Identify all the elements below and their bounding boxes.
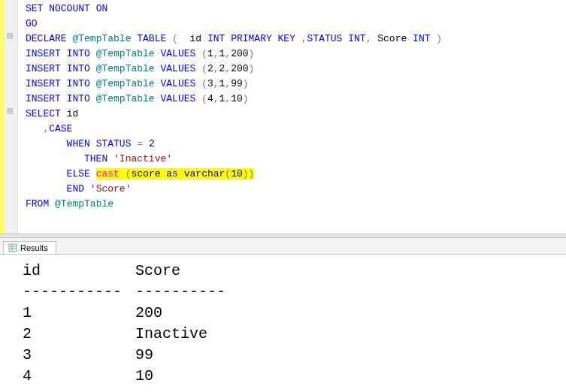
sql-editor-pane: ⊟ ⊟ SET NOCOUNT ON GO DECLARE @TempTable… [0,0,566,234]
cell: Inactive [135,324,286,345]
code-line: INSERT INTO @TempTable VALUES (4,1,10) [26,92,442,107]
code-line: SELECT id [26,107,442,122]
collapse-icon[interactable]: ⊟ [7,107,13,115]
cell: 200 [135,303,286,324]
tab-results[interactable]: Results [3,241,56,254]
code-line: DECLARE @TempTable TABLE ( id INT PRIMAR… [26,32,442,47]
table-row: 1 200 [23,303,566,324]
code-area[interactable]: SET NOCOUNT ON GO DECLARE @TempTable TAB… [18,0,442,234]
results-icon [8,243,17,252]
code-line: SET NOCOUNT ON [26,2,442,17]
cell: 3 [23,345,135,366]
code-line: WHEN STATUS = 2 [26,137,442,152]
results-tab-bar: Results [0,238,566,255]
code-line: GO [26,17,442,32]
col-header: Score [135,261,286,282]
table-row: 4 10 [23,366,566,387]
code-line: END 'Score' [26,182,442,197]
results-header-row: id Score [23,261,566,282]
code-line: FROM @TempTable [26,197,442,212]
cell: 4 [23,366,135,387]
editor-gutter: ⊟ ⊟ [5,0,18,234]
cell: 10 [135,366,286,387]
code-line: INSERT INTO @TempTable VALUES (1,1,200) [26,47,442,62]
svg-rect-0 [9,244,17,252]
cell: 99 [135,345,286,366]
code-line: INSERT INTO @TempTable VALUES (2,2,200) [26,62,442,77]
cell: 2 [23,324,135,345]
results-separator-row: ----------- ---------- [23,282,566,303]
col-sep: ----------- [23,282,135,303]
col-header: id [23,261,135,282]
col-sep: ---------- [135,282,286,303]
results-content[interactable]: id Score ----------- ---------- 1 200 2 … [0,255,566,387]
code-line: INSERT INTO @TempTable VALUES (3,1,99) [26,77,442,92]
collapse-icon[interactable]: ⊟ [7,32,13,40]
results-tab-label: Results [20,243,48,252]
code-line: THEN 'Inactive' [26,152,442,167]
code-line: ELSE cast (score as varchar(10)) [26,167,442,182]
code-line: ,CASE [26,122,442,137]
cell: 1 [23,303,135,324]
table-row: 2 Inactive [23,324,566,345]
table-row: 3 99 [23,345,566,366]
